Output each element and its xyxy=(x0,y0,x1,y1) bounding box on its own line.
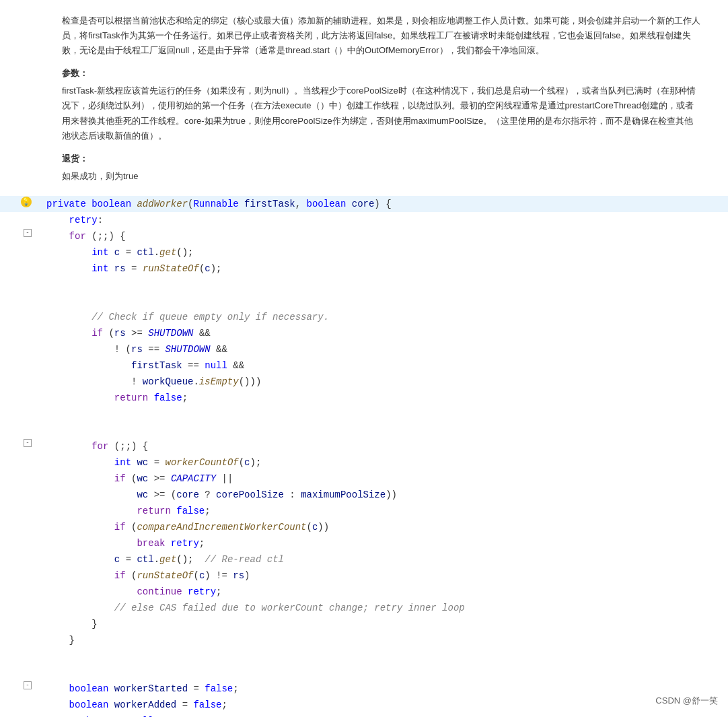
params-label: 参数： xyxy=(62,66,701,81)
code-line-continue-retry: continue retry; xyxy=(0,584,728,600)
code-c-reread: c = ctl.get(); // Re-read ctl xyxy=(40,552,728,567)
code-line-worker-started: - boolean workerStarted = false; xyxy=(0,681,728,697)
code-line-blank-2 xyxy=(0,293,728,309)
code-workqueue-empty: ! workQueue.isEmpty())) xyxy=(40,374,728,389)
comment-block: 检查是否可以根据当前池状态和给定的绑定（核心或最大值）添加新的辅助进程。如果是，… xyxy=(0,0,728,196)
code-int-c: int c = ctl.get(); xyxy=(40,245,728,260)
code-method-signature: private boolean addWorker(Runnable first… xyxy=(40,197,728,211)
code-if-compare: if (compareAndIncrementWorkerCount(c)) xyxy=(40,520,728,535)
code-blank-5 xyxy=(40,649,728,664)
code-worker-started: boolean workerStarted = false; xyxy=(40,681,728,696)
code-blank-2 xyxy=(40,294,728,308)
code-line-break-retry: break retry; xyxy=(0,535,728,551)
code-line-comment-check: // Check if queue empty only if necessar… xyxy=(0,309,728,325)
code-line-int-rs: int rs = runStateOf(c); xyxy=(0,261,728,277)
code-line-blank-4 xyxy=(0,422,728,438)
code-blank-4 xyxy=(40,423,728,438)
code-worker-added: boolean workerAdded = false; xyxy=(40,697,728,712)
code-line-if-runstate: if (runStateOf(c) != rs) xyxy=(0,568,728,584)
code-int-rs: int rs = runStateOf(c); xyxy=(40,261,728,276)
return-body: 如果成功，则为true xyxy=(62,169,701,184)
code-line-if-wc-capacity: if (wc >= CAPACITY || xyxy=(0,471,728,487)
code-worker-w-null: Worker w = null; xyxy=(40,714,728,717)
code-line-method-sig: 💡 private boolean addWorker(Runnable fir… xyxy=(0,196,728,212)
fold-icon-outer[interactable]: - xyxy=(24,229,32,237)
code-break-retry: break retry; xyxy=(40,536,728,551)
code-return-false-1: return false; xyxy=(40,390,728,405)
code-line-blank-1 xyxy=(0,277,728,293)
code-line-blank-3 xyxy=(0,406,728,422)
code-area: 💡 private boolean addWorker(Runnable fir… xyxy=(0,196,728,717)
code-line-blank-5 xyxy=(0,648,728,664)
code-blank-6 xyxy=(40,665,728,680)
code-close-outer: } xyxy=(40,633,728,648)
code-line-close-outer: } xyxy=(0,632,728,648)
code-line-return-false-1: return false; xyxy=(0,390,728,406)
code-line-wc-core-pool: wc >= (core ? corePoolSize : maximumPool… xyxy=(0,487,728,503)
code-line-worker-added: boolean workerAdded = false; xyxy=(0,697,728,713)
code-not-rs-shutdown: ! (rs == SHUTDOWN && xyxy=(40,342,728,357)
code-line-workqueue-empty: ! workQueue.isEmpty())) xyxy=(0,374,728,390)
code-line-blank-6 xyxy=(0,664,728,681)
gutter-fold-inner[interactable]: - xyxy=(0,439,37,447)
code-if-wc-capacity: if (wc >= CAPACITY || xyxy=(40,471,728,486)
code-for-inner: for (;;) { xyxy=(40,439,728,454)
gutter-fold-worker[interactable]: - xyxy=(0,681,37,689)
code-line-worker-w-null: Worker w = null; xyxy=(0,713,728,717)
code-if-rs-shutdown: if (rs >= SHUTDOWN && xyxy=(40,326,728,341)
params-body: firstTask-新线程应该首先运行的任务（如果没有，则为null）。当线程少… xyxy=(62,83,701,143)
code-if-runstate: if (runStateOf(c) != rs) xyxy=(40,568,728,583)
code-line-c-reread: c = ctl.get(); // Re-read ctl xyxy=(0,551,728,568)
code-firsttask-null: firstTask == null && xyxy=(40,358,728,373)
comment-body: 检查是否可以根据当前池状态和给定的绑定（核心或最大值）添加新的辅助进程。如果是，… xyxy=(62,13,701,58)
bulb-icon[interactable]: 💡 xyxy=(21,197,32,207)
code-int-wc: int wc = workerCountOf(c); xyxy=(40,455,728,470)
code-retry-label: retry: xyxy=(40,213,728,228)
code-line-not-rs-shutdown: ! (rs == SHUTDOWN && xyxy=(0,341,728,357)
gutter-bulb[interactable]: 💡 xyxy=(0,197,37,207)
code-line-comment-else-cas: // else CAS failed due to workerCount ch… xyxy=(0,600,728,616)
code-for-outer: for (;;) { xyxy=(40,229,728,244)
return-label: 退货： xyxy=(62,151,701,166)
gutter-fold-outer[interactable]: - xyxy=(0,229,37,237)
watermark: CSDN @舒一笑 xyxy=(655,695,718,707)
code-blank-3 xyxy=(40,407,728,421)
code-line-if-rs-shutdown: if (rs >= SHUTDOWN && xyxy=(0,325,728,341)
code-comment-check: // Check if queue empty only if necessar… xyxy=(40,310,728,325)
fold-icon-inner[interactable]: - xyxy=(24,439,32,447)
page-container: 检查是否可以根据当前池状态和给定的绑定（核心或最大值）添加新的辅助进程。如果是，… xyxy=(0,0,728,717)
code-line-if-compare: if (compareAndIncrementWorkerCount(c)) xyxy=(0,519,728,535)
code-line-retry: retry: xyxy=(0,212,728,228)
code-wc-core-pool: wc >= (core ? corePoolSize : maximumPool… xyxy=(40,487,728,502)
code-line-firsttask-null: firstTask == null && xyxy=(0,357,728,374)
code-line-return-false-2: return false; xyxy=(0,503,728,519)
code-line-int-wc: int wc = workerCountOf(c); xyxy=(0,454,728,471)
code-line-int-c: int c = ctl.get(); xyxy=(0,244,728,261)
code-line-for-outer: - for (;;) { xyxy=(0,228,728,244)
code-comment-else-cas: // else CAS failed due to workerCount ch… xyxy=(40,601,728,615)
code-close-inner: } xyxy=(40,617,728,631)
code-return-false-2: return false; xyxy=(40,504,728,518)
code-line-for-inner: - for (;;) { xyxy=(0,438,728,454)
code-continue-retry: continue retry; xyxy=(40,584,728,599)
code-line-close-inner: } xyxy=(0,616,728,632)
code-blank-1 xyxy=(40,277,728,292)
fold-icon-worker[interactable]: - xyxy=(24,681,32,689)
